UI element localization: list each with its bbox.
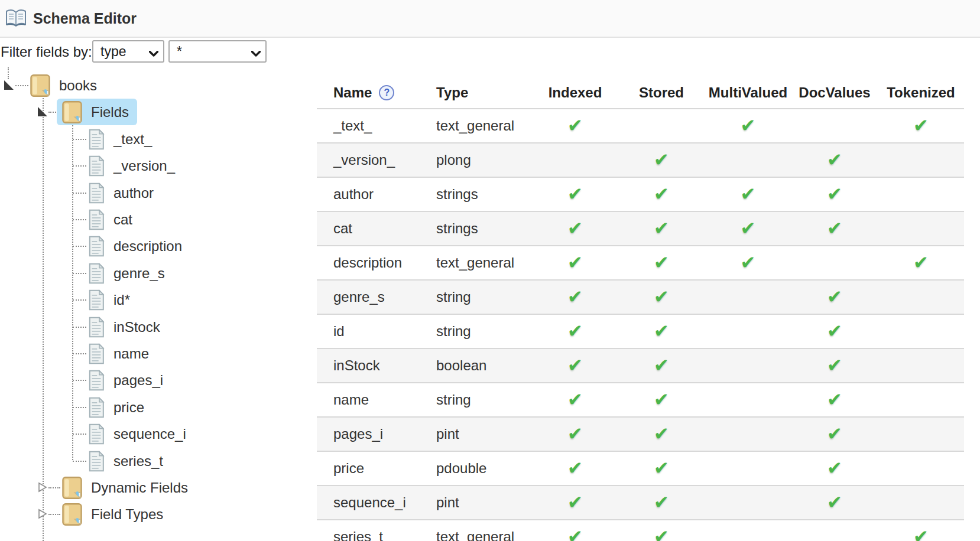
table-row: idstring✔✔✔ xyxy=(317,314,964,348)
tree-item-label: id* xyxy=(113,292,130,308)
cell-type: text_general xyxy=(429,529,532,541)
tree-item-label: name xyxy=(113,346,149,362)
check-icon: ✔ xyxy=(741,115,756,136)
check-icon: ✔ xyxy=(654,286,669,307)
tree-item-field-types[interactable]: Field Types xyxy=(0,501,307,527)
cell-indexed: ✔ xyxy=(532,116,618,135)
cell-name: id xyxy=(317,323,429,340)
cell-type: boolean xyxy=(429,357,532,374)
tree-item-books[interactable]: books xyxy=(0,72,307,99)
check-icon: ✔ xyxy=(654,184,669,204)
document-icon xyxy=(87,236,105,257)
cell-stored: ✔ xyxy=(618,151,705,170)
tree-item-price[interactable]: price xyxy=(0,394,307,421)
column-header-multivalued: MultiValued xyxy=(705,84,791,101)
cell-multivalued: ✔ xyxy=(705,219,791,238)
check-icon: ✔ xyxy=(827,218,842,239)
cell-stored: ✔ xyxy=(618,185,705,204)
cell-indexed: ✔ xyxy=(532,219,618,238)
folder-icon xyxy=(61,100,83,124)
tree-item-label: inStock xyxy=(113,319,160,335)
cell-name: name xyxy=(317,392,429,408)
cell-docvalues: ✔ xyxy=(791,322,878,341)
document-icon xyxy=(87,182,105,204)
table-row: catstrings✔✔✔✔ xyxy=(317,211,964,245)
filter-value-select[interactable]: * xyxy=(168,40,267,63)
check-icon: ✔ xyxy=(827,286,842,307)
cell-name: cat xyxy=(317,220,429,237)
cell-stored: ✔ xyxy=(618,253,705,272)
tree-item-series-t[interactable]: series_t xyxy=(0,448,307,474)
expand-toggle-icon[interactable] xyxy=(37,482,48,493)
tree-item-name[interactable]: name xyxy=(0,340,307,367)
open-book-icon xyxy=(5,9,27,28)
tree-item-id[interactable]: id* xyxy=(0,286,307,313)
tree-item-author[interactable]: author xyxy=(0,180,307,206)
table-row: genre_sstring✔✔✔ xyxy=(317,279,964,314)
cell-multivalued: ✔ xyxy=(705,116,791,135)
cell-docvalues: ✔ xyxy=(791,425,878,444)
check-icon: ✔ xyxy=(567,526,583,541)
table-header-row: Name ? Type Indexed Stored MultiValued D… xyxy=(317,77,964,108)
check-icon: ✔ xyxy=(654,321,669,341)
cell-name: series_t xyxy=(317,529,429,541)
column-header-stored: Stored xyxy=(618,84,705,101)
cell-docvalues: ✔ xyxy=(791,151,878,170)
cell-stored: ✔ xyxy=(618,356,705,375)
check-icon: ✔ xyxy=(827,423,842,444)
filter-field-select[interactable]: type xyxy=(92,40,164,63)
cell-type: text_general xyxy=(429,255,532,271)
tree-item-label: _text_ xyxy=(113,131,152,148)
table-row: series_ttext_general✔✔✔ xyxy=(317,519,964,541)
tree-item-label: Field Types xyxy=(91,506,163,523)
tree-item-dynamic-fields[interactable]: Dynamic Fields xyxy=(0,474,307,501)
folder-icon xyxy=(61,476,83,500)
tree-item-label: sequence_i xyxy=(113,426,186,442)
tree-item-label: series_t xyxy=(113,453,163,470)
expand-toggle-icon[interactable] xyxy=(37,509,48,519)
check-icon: ✔ xyxy=(741,252,756,273)
cell-type: plong xyxy=(429,152,532,168)
tree-item-fields[interactable]: Fields xyxy=(0,99,307,125)
help-icon[interactable]: ? xyxy=(379,85,394,100)
table-row: pricepdouble✔✔✔ xyxy=(317,451,964,485)
document-icon xyxy=(87,155,105,177)
document-icon xyxy=(87,343,105,364)
document-icon xyxy=(87,289,105,311)
cell-docvalues: ✔ xyxy=(791,493,878,512)
tree-item-description[interactable]: description xyxy=(0,233,307,259)
tree-item-sequence-i[interactable]: sequence_i xyxy=(0,421,307,447)
check-icon: ✔ xyxy=(654,389,669,410)
cell-indexed: ✔ xyxy=(532,390,618,409)
tree-item-label: price xyxy=(113,399,144,416)
tree-item-cat[interactable]: cat xyxy=(0,206,307,233)
cell-docvalues: ✔ xyxy=(791,390,878,409)
tree-item-instock[interactable]: inStock xyxy=(0,314,307,340)
check-icon: ✔ xyxy=(654,355,669,376)
folder-icon xyxy=(30,74,51,97)
table-row: authorstrings✔✔✔✔ xyxy=(317,177,964,211)
cell-name: description xyxy=(317,255,429,271)
tree-item-genre-s[interactable]: genre_s xyxy=(0,260,307,286)
collapse-toggle-icon[interactable] xyxy=(4,80,14,90)
tree-item-text[interactable]: _text_ xyxy=(0,126,307,152)
tree-item-label: description xyxy=(113,238,182,255)
cell-type: pint xyxy=(429,426,532,442)
document-icon xyxy=(87,370,105,391)
cell-type: text_general xyxy=(429,118,532,134)
collapse-toggle-icon[interactable] xyxy=(37,106,48,117)
cell-name: genre_s xyxy=(317,289,429,305)
table-row: namestring✔✔✔ xyxy=(317,382,964,416)
cell-type: pint xyxy=(429,494,532,511)
cell-docvalues: ✔ xyxy=(791,356,878,375)
tree-item-version[interactable]: _version_ xyxy=(0,152,307,179)
document-icon xyxy=(87,129,105,150)
check-icon: ✔ xyxy=(654,218,669,239)
check-icon: ✔ xyxy=(567,458,583,478)
cell-name: author xyxy=(317,186,429,203)
check-icon: ✔ xyxy=(913,115,929,136)
check-icon: ✔ xyxy=(827,355,842,376)
tree-item-pages-i[interactable]: pages_i xyxy=(0,367,307,393)
cell-indexed: ✔ xyxy=(532,185,618,204)
cell-docvalues: ✔ xyxy=(791,219,878,238)
